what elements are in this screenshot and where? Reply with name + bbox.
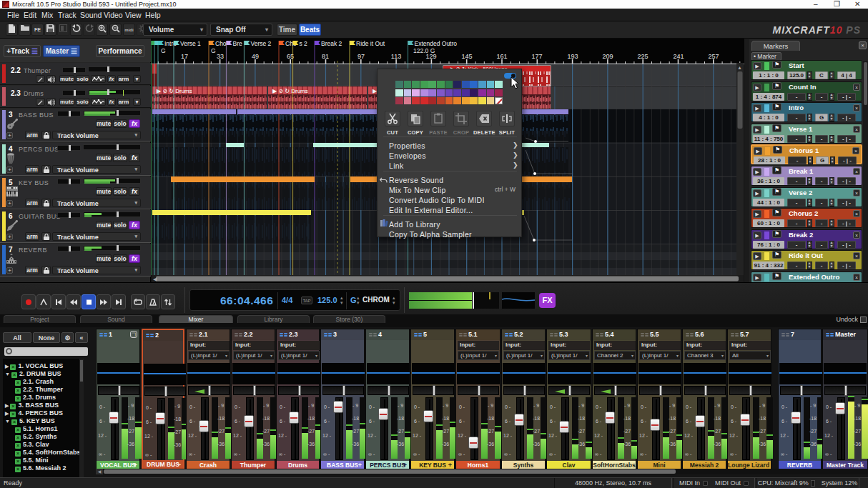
svg-text:Verse 1: Verse 1 (180, 40, 201, 47)
svg-text:Break 2: Break 2 (321, 40, 342, 47)
svg-text:▶ ⊘ ↻ Drums: ▶ ⊘ ↻ Drums (272, 88, 308, 94)
svg-text:▲: ▲ (737, 65, 742, 70)
svg-text:241: 241 (673, 53, 684, 60)
svg-text:G: G (211, 47, 216, 54)
svg-text:257: 257 (708, 53, 719, 60)
svg-text:Ride it Out: Ride it Out (356, 40, 385, 47)
svg-text:81: 81 (322, 53, 329, 60)
svg-text:225: 225 (637, 53, 648, 60)
svg-text:97: 97 (357, 53, 365, 60)
svg-text:▶ ⊘ ↻ Drums: ▶ ⊘ ↻ Drums (157, 88, 192, 94)
svg-text:Cho: Cho (215, 40, 227, 47)
svg-text:145: 145 (461, 53, 472, 60)
svg-text:209: 209 (602, 53, 613, 60)
svg-text:Verse 2: Verse 2 (251, 40, 272, 47)
svg-text:s 2: s 2 (300, 40, 308, 47)
svg-text:49: 49 (252, 53, 259, 60)
svg-text:33: 33 (217, 53, 224, 60)
svg-text:177: 177 (531, 53, 542, 60)
svg-text:122.0 G: 122.0 G (413, 47, 435, 54)
svg-text:◀: ◀ (153, 277, 157, 282)
svg-text:113: 113 (391, 53, 401, 60)
svg-text:193: 193 (567, 53, 578, 60)
svg-text:17: 17 (181, 53, 188, 60)
svg-text:Bre: Bre (233, 40, 243, 47)
svg-text:161: 161 (496, 53, 507, 60)
svg-text:G: G (161, 47, 166, 54)
svg-text:Extended Outro: Extended Outro (415, 40, 458, 47)
